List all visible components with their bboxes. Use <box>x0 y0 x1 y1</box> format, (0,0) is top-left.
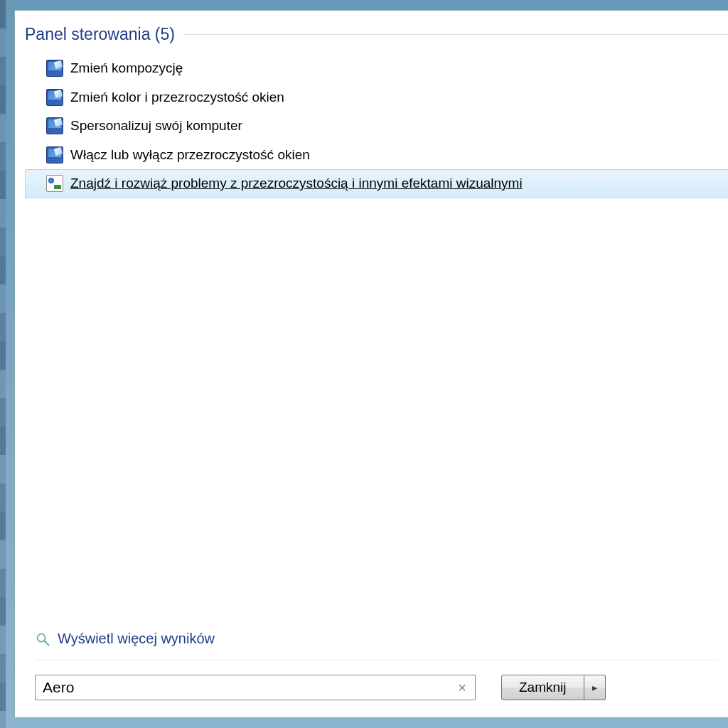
search-results-panel: Panel sterowania (5) Zmień kompozycję Zm… <box>14 10 728 718</box>
monitor-icon <box>46 146 63 164</box>
close-button-group: Zamknij ▸ <box>501 675 606 700</box>
result-label: Włącz lub wyłącz przezroczystość okien <box>70 145 310 166</box>
close-button[interactable]: Zamknij <box>501 675 584 700</box>
section-title: Panel sterowania (5) <box>25 25 175 44</box>
result-label: Zmień kolor i przezroczystość okien <box>70 87 284 108</box>
search-input[interactable] <box>43 679 455 696</box>
chevron-right-icon: ▸ <box>592 682 597 693</box>
result-item-toggle-transparency[interactable]: Włącz lub wyłącz przezroczystość okien <box>25 141 728 170</box>
monitor-icon <box>46 89 63 106</box>
result-item-troubleshoot[interactable]: Znajdź i rozwiąż problemy z przezroczyst… <box>25 169 728 198</box>
divider <box>35 660 718 660</box>
clear-icon[interactable]: × <box>455 680 469 696</box>
monitor-icon <box>46 117 63 134</box>
result-item-change-theme[interactable]: Zmień kompozycję <box>25 54 728 83</box>
search-bar-row: × Zamknij ▸ <box>35 675 718 700</box>
search-field-wrap[interactable]: × <box>35 675 476 700</box>
window-frame: Panel sterowania (5) Zmień kompozycję Zm… <box>0 0 728 728</box>
monitor-icon <box>46 60 63 77</box>
search-icon <box>35 631 50 647</box>
troubleshoot-icon <box>46 175 63 192</box>
svg-line-1 <box>45 641 49 645</box>
result-label: Znajdź i rozwiąż problemy z przezroczyst… <box>70 173 523 194</box>
section-header: Panel sterowania (5) <box>25 25 728 44</box>
result-list: Zmień kompozycję Zmień kolor i przezrocz… <box>25 54 728 198</box>
bottom-section: Wyświetl więcej wyników × Zamknij ▸ <box>15 631 728 717</box>
result-item-change-color[interactable]: Zmień kolor i przezroczystość okien <box>25 83 728 112</box>
result-item-personalize[interactable]: Spersonalizuj swój komputer <box>25 112 728 141</box>
result-label: Spersonalizuj swój komputer <box>70 116 242 136</box>
more-results-link[interactable]: Wyświetl więcej wyników <box>35 631 718 647</box>
close-dropdown-button[interactable]: ▸ <box>584 675 606 700</box>
more-results-label: Wyświetl więcej wyników <box>58 631 215 647</box>
section-divider <box>183 34 728 35</box>
result-label: Zmień kompozycję <box>70 58 183 79</box>
content-area: Panel sterowania (5) Zmień kompozycję Zm… <box>15 11 728 631</box>
